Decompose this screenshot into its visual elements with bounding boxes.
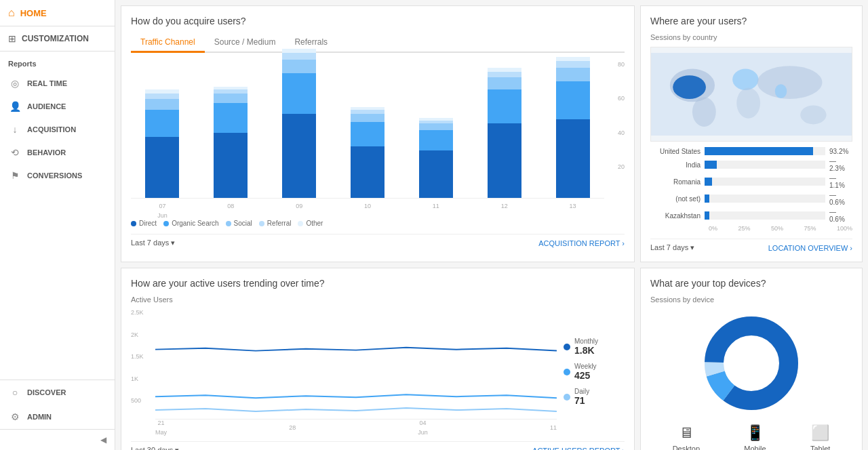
customization-icon: ⊞ (8, 33, 16, 44)
reports-section: Reports ◎ REAL TIME 👤 AUDIENCE ↓ ACQUISI… (0, 52, 115, 192)
donut-chart-wrap: 🖥 Desktop 📱 Mobile ⬜ Tablet (650, 309, 852, 450)
country-row-notset: (not set) — 0.6% (650, 191, 852, 206)
active-title: How are your active users trending over … (131, 278, 625, 289)
sidebar-bottom: ○ DISCOVER ⚙ ADMIN ◀ (0, 380, 115, 450)
weekly-dot (564, 369, 570, 375)
collapse-button[interactable]: ◀ (0, 429, 115, 450)
x-may21: 21May (155, 417, 167, 436)
device-labels: 🖥 Desktop 📱 Mobile ⬜ Tablet (650, 424, 852, 450)
bar-social-09 (282, 60, 316, 73)
acquire-time-selector[interactable]: Last 7 days ▾ (131, 239, 175, 247)
reports-title: Reports (0, 57, 115, 72)
country-fill-kz (705, 211, 709, 220)
svg-point-5 (736, 87, 760, 118)
realtime-icon: ◎ (8, 77, 22, 90)
devices-subtitle: Sessions by device (650, 295, 852, 304)
x-jun04: 04Jun (418, 417, 428, 436)
home-icon: ⌂ (8, 7, 15, 19)
sidebar-item-realtime[interactable]: ◎ REAL TIME (0, 72, 115, 95)
country-name-us: United States (650, 148, 705, 155)
sidebar-item-admin-label: ADMIN (27, 413, 52, 421)
where-footer: Last 7 days ▾ LOCATION OVERVIEW › (650, 239, 852, 252)
bar-referral-12 (488, 72, 521, 77)
tab-traffic-channel[interactable]: Traffic Channel (131, 33, 205, 53)
where-time-selector[interactable]: Last 7 days ▾ (650, 243, 694, 252)
bar-organic-11 (419, 130, 453, 150)
device-desktop[interactable]: 🖥 Desktop (673, 424, 700, 450)
country-bar-list: United States 93.2% India — 2.3% Romania (650, 147, 852, 232)
sidebar-item-audience[interactable]: 👤 AUDIENCE (0, 95, 115, 118)
bar-group-13 (541, 57, 604, 198)
active-chart-wrapper: 2.5K 2K 1.5K 1K 500 (131, 309, 625, 434)
location-overview-link[interactable]: LOCATION OVERVIEW › (768, 244, 852, 252)
daily-value: 71 (574, 395, 589, 406)
acquire-tabs: Traffic Channel Source / Medium Referral… (131, 33, 625, 53)
sidebar-item-acquisition[interactable]: ↓ ACQUISITION (0, 118, 115, 141)
sidebar-item-behavior[interactable]: ⟲ BEHAVIOR (0, 141, 115, 164)
sidebar-item-admin[interactable]: ⚙ ADMIN (0, 405, 115, 429)
device-tablet[interactable]: ⬜ Tablet (810, 424, 830, 450)
x-label-11: 11 (404, 201, 467, 210)
conversions-icon: ⚑ (8, 169, 22, 182)
x-label-09: 09 (268, 201, 331, 210)
active-time-selector[interactable]: Last 30 days ▾ (131, 446, 179, 450)
x-axis-labels: 07Jun 08 09 10 11 12 13 (131, 199, 604, 216)
acquire-widget: How do you acquire users? Traffic Channe… (121, 5, 635, 262)
y-label-20: 20 (618, 163, 625, 170)
x-label-07: 07Jun (131, 201, 194, 220)
bar-organic-13 (556, 81, 590, 119)
active-footer: Last 30 days ▾ ACTIVE USERS REPORT › (131, 441, 625, 450)
country-fill-india (705, 161, 717, 169)
bar-social-07 (145, 99, 179, 110)
line-chart-svg (155, 309, 557, 419)
sidebar-item-discover[interactable]: ○ DISCOVER (0, 380, 115, 405)
sidebar-item-conversions[interactable]: ⚑ CONVERSIONS (0, 164, 115, 187)
behavior-icon: ⟲ (8, 146, 22, 159)
acquisition-report-link[interactable]: ACQUISITION REPORT › (538, 239, 625, 247)
legend-social-label: Social (234, 220, 252, 227)
bar-direct-09 (282, 114, 316, 198)
sidebar-customization[interactable]: ⊞ CUSTOMIZATION (0, 26, 115, 52)
discover-icon: ○ (8, 386, 22, 399)
legend-other-label: Other (306, 220, 323, 227)
country-fill-romania (705, 178, 712, 186)
x-jun11: 11 (550, 422, 557, 432)
devices-title: What are your top devices? (650, 278, 852, 289)
legend-daily: Daily 71 (564, 388, 625, 406)
country-fill-notset (705, 195, 709, 203)
active-x-labels: 21May 28 04Jun 11 (155, 420, 557, 434)
bar-social-08 (214, 94, 248, 103)
sidebar-home[interactable]: ⌂ HOME (0, 0, 115, 26)
monthly-label: Monthly (574, 338, 598, 345)
sidebar-item-conversions-label: CONVERSIONS (27, 171, 82, 180)
country-row-india: India — 2.3% (650, 157, 852, 172)
device-mobile[interactable]: 📱 Mobile (744, 424, 766, 450)
sidebar-item-discover-label: DISCOVER (27, 388, 66, 396)
legend-dot-social (226, 221, 231, 226)
legend-social: Social (226, 220, 252, 227)
bar-organic-12 (488, 89, 521, 123)
svg-point-6 (757, 66, 823, 99)
bar-chart-container: 80 60 40 20 (131, 60, 625, 216)
bar-group-12 (473, 68, 536, 198)
y-2000: 2K (131, 331, 153, 338)
legend-organic: Organic Search (163, 220, 218, 227)
bar-direct-13 (556, 119, 590, 198)
admin-icon: ⚙ (8, 410, 22, 424)
bar-direct-12 (488, 123, 521, 198)
sidebar-item-audience-label: AUDIENCE (27, 102, 66, 110)
x-axis-pcts: 0% 25% 50% 75% 100% (650, 225, 852, 232)
legend-dot-direct (131, 221, 136, 226)
country-pct-india: — 2.3% (825, 157, 852, 172)
bar-social-13 (556, 68, 590, 81)
chart-legend: Direct Organic Search Social Referral Ot… (131, 220, 625, 227)
y-label-80: 80 (618, 61, 625, 68)
y-1000: 1K (131, 375, 153, 382)
svg-point-8 (800, 106, 826, 125)
svg-point-13 (724, 336, 778, 390)
bar-direct-10 (351, 146, 384, 198)
bar-organic-07 (145, 110, 179, 137)
daily-label: Daily (574, 388, 589, 395)
active-users-report-link[interactable]: ACTIVE USERS REPORT › (532, 447, 625, 451)
legend-dot-organic (163, 221, 169, 226)
